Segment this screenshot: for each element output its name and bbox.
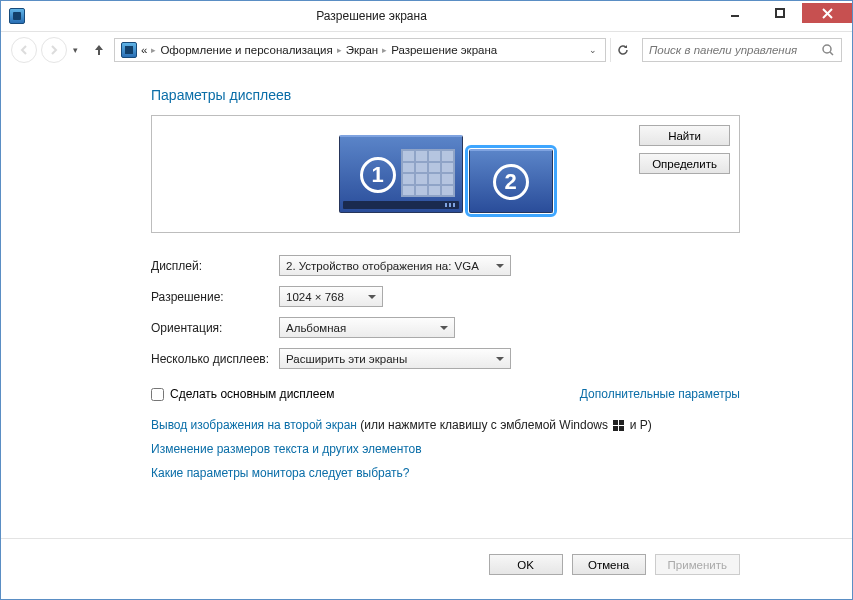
svg-rect-7 <box>619 420 624 425</box>
dialog-buttons: OK Отмена Применить <box>489 554 740 575</box>
monitor-1-number: 1 <box>360 157 396 193</box>
ok-button[interactable]: OK <box>489 554 563 575</box>
help-link[interactable]: Какие параметры монитора следует выбрать… <box>151 466 410 480</box>
refresh-button[interactable] <box>610 38 634 62</box>
project-second-screen-link[interactable]: Вывод изображения на второй экран <box>151 418 357 432</box>
project-hint-text-1: (или нажмите клавишу с эмблемой Windows <box>360 418 611 432</box>
windows-logo-icon <box>613 420 624 431</box>
multi-display-select[interactable]: Расширить эти экраны <box>279 348 511 369</box>
monitor-1[interactable]: 1 <box>339 135 463 213</box>
chevron-right-icon: ▸ <box>382 45 387 55</box>
search-input[interactable] <box>649 44 821 56</box>
app-icon <box>9 8 25 24</box>
svg-rect-9 <box>619 426 624 431</box>
make-primary-label: Сделать основным дисплеем <box>170 387 334 401</box>
breadcrumb-seg-3[interactable]: Разрешение экрана <box>391 44 497 56</box>
maximize-button[interactable] <box>757 3 802 23</box>
breadcrumb-seg-1[interactable]: Оформление и персонализация <box>160 44 332 56</box>
forward-button[interactable] <box>41 37 67 63</box>
resolution-select[interactable]: 1024 × 768 <box>279 286 383 307</box>
multi-display-label: Несколько дисплеев: <box>151 352 279 366</box>
project-hint-text-2: и P) <box>630 418 652 432</box>
monitor-1-desktop-icon <box>401 149 455 197</box>
svg-line-5 <box>830 52 833 55</box>
search-icon <box>821 43 835 57</box>
identify-button[interactable]: Определить <box>639 153 730 174</box>
chevron-right-icon: ▸ <box>151 45 156 55</box>
search-box[interactable] <box>642 38 842 62</box>
advanced-settings-link[interactable]: Дополнительные параметры <box>580 387 740 401</box>
svg-rect-1 <box>776 9 784 17</box>
svg-rect-6 <box>613 420 618 425</box>
chevron-right-icon: ▸ <box>337 45 342 55</box>
cancel-button[interactable]: Отмена <box>572 554 646 575</box>
monitor-1-taskbar-icon <box>343 201 459 209</box>
apply-button[interactable]: Применить <box>655 554 740 575</box>
address-icon <box>121 42 137 58</box>
display-select[interactable]: 2. Устройство отображения на: VGA <box>279 255 511 276</box>
text-size-link[interactable]: Изменение размеров текста и других элеме… <box>151 442 422 456</box>
monitor-2-number: 2 <box>493 164 529 200</box>
orientation-label: Ориентация: <box>151 321 279 335</box>
history-dropdown-icon[interactable]: ▾ <box>73 45 78 55</box>
orientation-select[interactable]: Альбомная <box>279 317 455 338</box>
resolution-label: Разрешение: <box>151 290 279 304</box>
monitor-arrangement[interactable]: 1 2 <box>339 135 553 213</box>
svg-rect-8 <box>613 426 618 431</box>
settings-form: Дисплей: 2. Устройство отображения на: V… <box>151 255 740 369</box>
display-label: Дисплей: <box>151 259 279 273</box>
navbar: ▾ « ▸ Оформление и персонализация ▸ Экра… <box>1 31 852 67</box>
address-bar[interactable]: « ▸ Оформление и персонализация ▸ Экран … <box>114 38 606 62</box>
window-title: Разрешение экрана <box>31 9 712 23</box>
minimize-button[interactable] <box>712 3 757 23</box>
address-dropdown-icon[interactable]: ⌄ <box>583 45 603 55</box>
breadcrumb-ellipsis[interactable]: « <box>141 44 147 56</box>
monitor-2[interactable]: 2 <box>469 149 553 213</box>
close-button[interactable] <box>802 3 852 23</box>
breadcrumb-seg-2[interactable]: Экран <box>346 44 378 56</box>
up-button[interactable] <box>88 39 110 61</box>
display-panel: Найти Определить 1 2 <box>151 115 740 233</box>
svg-point-4 <box>823 45 831 53</box>
titlebar: Разрешение экрана <box>1 1 852 31</box>
page-title: Параметры дисплеев <box>151 87 740 103</box>
back-button[interactable] <box>11 37 37 63</box>
find-button[interactable]: Найти <box>639 125 730 146</box>
make-primary-checkbox[interactable] <box>151 388 164 401</box>
footer-separator <box>1 538 852 539</box>
content-area: Параметры дисплеев Найти Определить 1 2 … <box>151 87 740 485</box>
links-section: Вывод изображения на второй экран (или н… <box>151 413 740 485</box>
